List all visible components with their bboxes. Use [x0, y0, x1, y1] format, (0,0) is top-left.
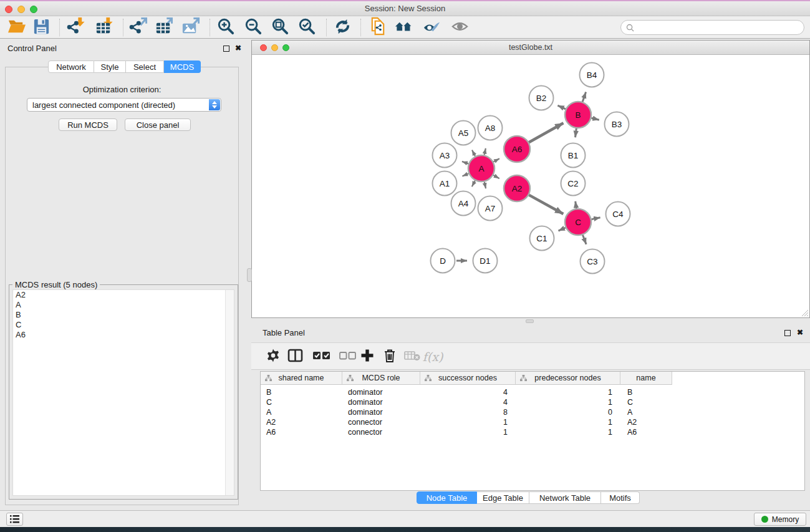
- eye-pen-button[interactable]: [420, 17, 442, 37]
- deselect-all-button[interactable]: [338, 347, 357, 366]
- graph-edge-C-C3[interactable]: [583, 235, 587, 244]
- mcds-result-item[interactable]: B: [13, 310, 234, 320]
- table-row[interactable]: Cdominator41C: [261, 397, 804, 407]
- graph-edge-A-A8[interactable]: [485, 148, 486, 155]
- resize-grip-icon[interactable]: [801, 309, 809, 317]
- graph-node-A8[interactable]: A8: [478, 116, 503, 140]
- column-header-name[interactable]: name: [620, 372, 672, 385]
- import-network-button[interactable]: [64, 17, 87, 37]
- graph-edge-A2-C[interactable]: [529, 195, 563, 214]
- graph-node-D1[interactable]: D1: [473, 249, 498, 273]
- graph-node-C4[interactable]: C4: [606, 202, 630, 226]
- export-table-button[interactable]: [152, 17, 175, 37]
- graph-node-A6[interactable]: A6: [504, 136, 530, 162]
- zoom-selected-button[interactable]: [296, 17, 318, 37]
- network-from-file-button[interactable]: [367, 17, 389, 37]
- export-network-button[interactable]: [127, 17, 149, 37]
- graph-edge-B-B3[interactable]: [591, 118, 599, 120]
- table-row[interactable]: Adominator80A: [261, 407, 804, 417]
- graph-edge-A-A5[interactable]: [472, 150, 475, 157]
- zoom-fit-button[interactable]: [269, 17, 291, 37]
- eye-button[interactable]: [448, 17, 471, 37]
- horizontal-splitter-handle[interactable]: [526, 319, 534, 323]
- mcds-result-list[interactable]: A2ABCA6: [12, 289, 234, 496]
- graph-edge-C-C2[interactable]: [576, 201, 577, 208]
- graph-node-C1[interactable]: C1: [530, 226, 554, 251]
- memory-button[interactable]: Memory: [754, 513, 806, 526]
- vertical-splitter-handle[interactable]: [247, 268, 252, 282]
- float-panel-icon[interactable]: [784, 330, 791, 336]
- column-header-MCDS-role[interactable]: MCDS role: [342, 372, 420, 385]
- zoom-in-button[interactable]: [215, 17, 237, 37]
- graph-edge-B-B2[interactable]: [557, 105, 566, 109]
- graph-edge-B-B1[interactable]: [576, 128, 577, 137]
- graph-edge-A-A1[interactable]: [462, 173, 468, 176]
- graph-node-A[interactable]: A: [468, 155, 494, 181]
- tab-node-table[interactable]: Node Table: [417, 491, 477, 504]
- close-panel-button[interactable]: Close panel: [125, 118, 191, 131]
- settings-button[interactable]: [264, 347, 282, 366]
- graph-edge-A-A7[interactable]: [485, 182, 486, 189]
- export-image-button[interactable]: [179, 17, 201, 37]
- search-input[interactable]: [637, 23, 804, 32]
- graph-node-A7[interactable]: A7: [478, 196, 503, 221]
- search-box[interactable]: [620, 20, 804, 35]
- run-mcds-button[interactable]: Run MCDS: [59, 118, 117, 131]
- tab-select[interactable]: Select: [126, 60, 164, 73]
- close-panel-icon[interactable]: ✖: [235, 45, 241, 51]
- open-file-button[interactable]: [5, 17, 27, 37]
- save-session-button[interactable]: [30, 17, 52, 37]
- graph-edge-A-A2[interactable]: [493, 175, 499, 178]
- graph-node-B4[interactable]: B4: [580, 63, 604, 87]
- graph-node-C2[interactable]: C2: [561, 172, 586, 196]
- graph-edge-C-C4[interactable]: [592, 218, 600, 220]
- select-all-button[interactable]: [312, 347, 330, 366]
- tab-mcds[interactable]: MCDS: [164, 60, 201, 73]
- tab-network[interactable]: Network: [48, 60, 94, 73]
- graph-edge-A-A3[interactable]: [462, 162, 468, 164]
- graph-node-C[interactable]: C: [565, 209, 591, 235]
- homes-button[interactable]: [392, 17, 415, 37]
- show-task-history-button[interactable]: [6, 513, 23, 526]
- mcds-result-item[interactable]: A6: [13, 330, 234, 340]
- mcds-result-item[interactable]: A2: [13, 290, 234, 300]
- mcds-result-item[interactable]: C: [13, 320, 234, 330]
- graph-node-D[interactable]: D: [431, 249, 455, 273]
- add-row-button[interactable]: [358, 347, 377, 366]
- column-header-predecessor-nodes[interactable]: predecessor nodes: [516, 372, 620, 385]
- graph-edge-B-B4[interactable]: [582, 92, 586, 102]
- graph-node-C3[interactable]: C3: [581, 249, 605, 274]
- zoom-out-button[interactable]: [242, 17, 264, 37]
- graph-edge-C-C1[interactable]: [559, 228, 566, 231]
- graph-node-B[interactable]: B: [565, 102, 591, 128]
- column-header-successor-nodes[interactable]: successor nodes: [420, 372, 516, 385]
- graph-node-A3[interactable]: A3: [433, 143, 457, 168]
- network-canvas[interactable]: B4B2BB3A8A5A6A3B1AA1C2A2A4A7C4CC1C3DD1: [252, 56, 809, 317]
- graph-node-A5[interactable]: A5: [451, 121, 476, 145]
- table-row[interactable]: Bdominator41B: [261, 387, 804, 397]
- tab-motifs[interactable]: Motifs: [601, 491, 640, 504]
- table-row[interactable]: A6connector11A6: [261, 427, 804, 437]
- float-panel-icon[interactable]: [223, 46, 229, 52]
- graph-edge-A6-B[interactable]: [529, 123, 563, 142]
- graph-node-A1[interactable]: A1: [433, 172, 457, 196]
- delete-row-button[interactable]: [380, 347, 399, 366]
- tab-network-table[interactable]: Network Table: [529, 491, 601, 504]
- graph-node-A4[interactable]: A4: [451, 191, 476, 216]
- refresh-button[interactable]: [331, 17, 354, 37]
- table-row[interactable]: A2connector11A2: [261, 417, 804, 427]
- tab-edge-table[interactable]: Edge Table: [477, 491, 529, 504]
- graph-edge-A-A6[interactable]: [493, 158, 499, 162]
- tab-style[interactable]: Style: [94, 60, 126, 73]
- close-panel-icon[interactable]: ✖: [797, 329, 803, 336]
- optimization-criterion-dropdown[interactable]: largest connected component (directed): [27, 98, 221, 112]
- graph-node-A2[interactable]: A2: [504, 175, 530, 201]
- graph-node-B1[interactable]: B1: [561, 143, 586, 168]
- scrollbar-track[interactable]: [225, 290, 234, 495]
- mcds-result-item[interactable]: A: [13, 300, 234, 310]
- graph-node-B3[interactable]: B3: [605, 112, 629, 137]
- column-header-shared-name[interactable]: shared name: [261, 372, 342, 385]
- graph-node-B2[interactable]: B2: [529, 86, 554, 110]
- import-table-button[interactable]: [92, 17, 115, 37]
- columns-button[interactable]: [286, 347, 304, 366]
